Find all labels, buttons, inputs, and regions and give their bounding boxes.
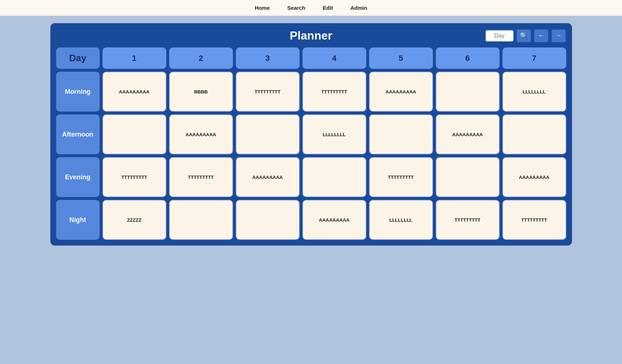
cell-evening-1[interactable]: TTTTTTTTT [103,157,166,197]
next-button[interactable]: → [551,29,566,43]
cell-afternoon-7[interactable] [502,114,566,154]
col-header-7: 7 [502,47,566,69]
cell-morning-5[interactable]: AAAAAAAAA [369,72,433,112]
cell-morning-7[interactable]: LLLLLLLL [502,72,566,112]
cell-night-4[interactable]: AAAAAAAAA [302,200,366,240]
cell-afternoon-1[interactable] [103,114,166,154]
cell-night-7[interactable]: TTTTTTTTT [502,200,566,240]
row-label-afternoon: Afternoon [56,114,100,154]
cell-night-5[interactable]: LLLLLLLL [369,200,433,240]
col-header-5: 5 [369,47,433,69]
col-header-1: 1 [103,47,166,69]
cell-morning-3[interactable]: TTTTTTTTT [236,72,300,112]
planner-container: Planner Day 🔍 ← → Day 1 2 3 4 5 6 7 Morn… [50,23,572,246]
cell-afternoon-4[interactable]: LLLLLLLL [302,114,366,154]
cell-night-6[interactable]: TTTTTTTTT [436,200,500,240]
cell-evening-2[interactable]: TTTTTTTTT [169,157,233,197]
cell-night-3[interactable] [236,200,300,240]
cell-afternoon-2[interactable]: AAAAAAAAA [169,114,233,154]
planner-header: Planner Day 🔍 ← → [56,29,566,42]
col-header-6: 6 [436,47,500,69]
cell-morning-6[interactable] [436,72,500,112]
col-header-day: Day [56,47,100,69]
cell-afternoon-6[interactable]: AAAAAAAAA [436,114,500,154]
nav-item-search[interactable]: Search [287,5,305,11]
cell-evening-3[interactable]: AAAAAAAAA [236,157,300,197]
cell-evening-6[interactable] [436,157,500,197]
cell-morning-1[interactable]: AAAAAAAAA [103,72,166,112]
cell-afternoon-5[interactable] [369,114,433,154]
planner-grid: Day 1 2 3 4 5 6 7 Morning AAAAAAAAA BBBB… [56,47,566,240]
cell-afternoon-3[interactable] [236,114,300,154]
nav-item-admin[interactable]: Admin [350,5,367,11]
top-nav: HomeSearchEditAdmin [0,0,622,16]
col-header-4: 4 [302,47,366,69]
search-button[interactable]: 🔍 [516,29,531,43]
row-label-evening: Evening [56,157,100,197]
header-controls: Day 🔍 ← → [485,29,566,43]
nav-item-edit[interactable]: Edit [323,5,333,11]
cell-night-2[interactable] [169,200,233,240]
cell-morning-2[interactable]: BBBB [169,72,233,112]
cell-morning-4[interactable]: TTTTTTTTT [302,72,366,112]
nav-item-home[interactable]: Home [255,5,270,11]
cell-night-1[interactable]: ZZZZZ [103,200,166,240]
main-area: Planner Day 🔍 ← → Day 1 2 3 4 5 6 7 Morn… [0,16,622,364]
prev-button[interactable]: ← [534,29,549,43]
col-header-3: 3 [236,47,300,69]
cell-evening-7[interactable]: AAAAAAAAA [502,157,566,197]
row-label-night: Night [56,200,100,240]
day-input[interactable]: Day [485,30,514,42]
row-label-morning: Morning [56,72,100,112]
col-header-2: 2 [169,47,233,69]
cell-evening-5[interactable]: TTTTTTTTT [369,157,433,197]
cell-evening-4[interactable] [302,157,366,197]
